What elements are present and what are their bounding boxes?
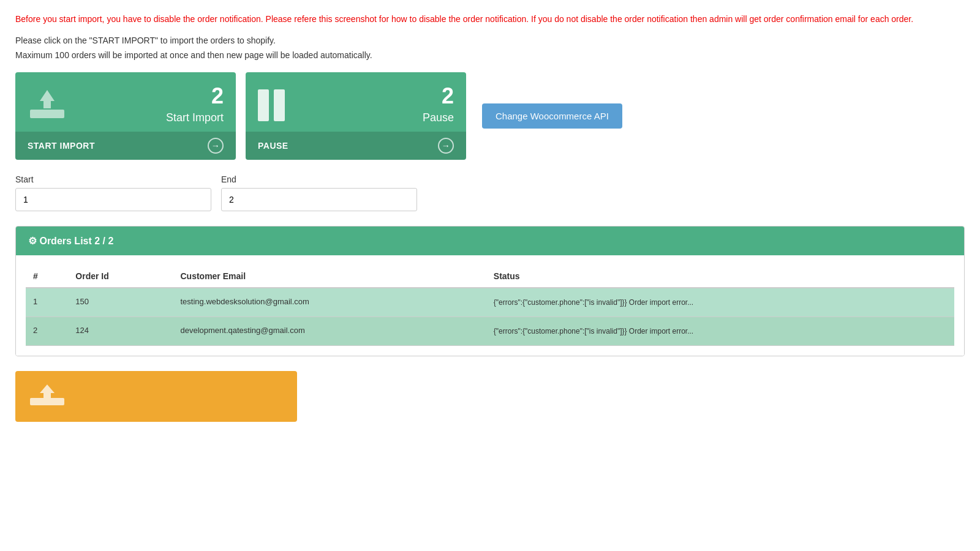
svg-rect-0: [30, 110, 64, 118]
start-import-card-bottom[interactable]: START IMPORT →: [15, 132, 236, 160]
pause-number: 2: [423, 83, 454, 109]
cell-index: 2: [26, 317, 68, 346]
start-import-card-top: 2 Start Import: [15, 72, 236, 132]
orders-section: ⚙ Orders List 2 / 2 # Order Id Customer …: [15, 226, 965, 356]
orders-header: ⚙ Orders List 2 / 2: [16, 227, 964, 255]
info-text-2: Maximum 100 orders will be imported at o…: [15, 50, 965, 60]
cell-order-id: 124: [68, 317, 173, 346]
cell-email: testing.webdesksolution@gmail.com: [173, 288, 486, 317]
cell-email: development.qatesting@gmail.com: [173, 317, 486, 346]
table-row: 1 150 testing.webdesksolution@gmail.com …: [26, 288, 954, 317]
svg-marker-3: [40, 384, 55, 398]
start-import-number: 2: [166, 83, 224, 109]
pause-card[interactable]: 2 Pause PAUSE →: [246, 72, 466, 160]
cell-status: {"errors":{"customer.phone":["is invalid…: [486, 288, 954, 317]
svg-marker-1: [40, 90, 55, 108]
start-end-row: Start End: [15, 174, 965, 211]
bottom-card: [15, 371, 297, 422]
info-text-1: Please click on the "START IMPORT" to im…: [15, 36, 965, 45]
start-field-group: Start: [15, 174, 211, 211]
col-index: #: [26, 265, 68, 288]
start-import-bottom-label: START IMPORT: [28, 141, 95, 151]
col-email: Customer Email: [173, 265, 486, 288]
col-order-id: Order Id: [68, 265, 173, 288]
start-label: Start: [15, 174, 211, 184]
start-import-arrow: →: [208, 138, 224, 154]
cell-status: {"errors":{"customer.phone":["is invalid…: [486, 317, 954, 346]
orders-table-wrapper: # Order Id Customer Email Status 1 150 t…: [16, 255, 964, 356]
table-row: 2 124 development.qatesting@gmail.com {"…: [26, 317, 954, 346]
orders-table: # Order Id Customer Email Status 1 150 t…: [26, 265, 954, 346]
import-icon: [28, 88, 67, 121]
pause-bottom-label: PAUSE: [258, 141, 288, 151]
cell-index: 1: [26, 288, 68, 317]
start-input[interactable]: [15, 188, 211, 211]
action-row: 2 Start Import START IMPORT → 2 Pause PA…: [15, 72, 965, 160]
start-import-label: Start Import: [166, 111, 224, 124]
orders-tbody: 1 150 testing.webdesksolution@gmail.com …: [26, 288, 954, 346]
pause-card-info: 2 Pause: [423, 83, 454, 124]
warning-text: Before you start import, you have to dis…: [15, 12, 965, 26]
end-label: End: [221, 174, 417, 184]
cell-order-id: 150: [68, 288, 173, 317]
start-import-card-info: 2 Start Import: [166, 83, 224, 124]
table-header-row: # Order Id Customer Email Status: [26, 265, 954, 288]
change-api-button[interactable]: Change Woocommerce API: [482, 103, 622, 129]
svg-rect-2: [30, 398, 64, 405]
pause-label: Pause: [423, 111, 454, 124]
col-status: Status: [486, 265, 954, 288]
end-input[interactable]: [221, 188, 417, 211]
pause-card-bottom[interactable]: PAUSE →: [246, 132, 466, 160]
pause-icon: [258, 87, 285, 121]
orders-title: ⚙ Orders List 2 / 2: [28, 235, 113, 247]
start-import-card[interactable]: 2 Start Import START IMPORT →: [15, 72, 236, 160]
end-field-group: End: [221, 174, 417, 211]
pause-card-top: 2 Pause: [246, 72, 466, 132]
pause-arrow: →: [438, 138, 454, 154]
